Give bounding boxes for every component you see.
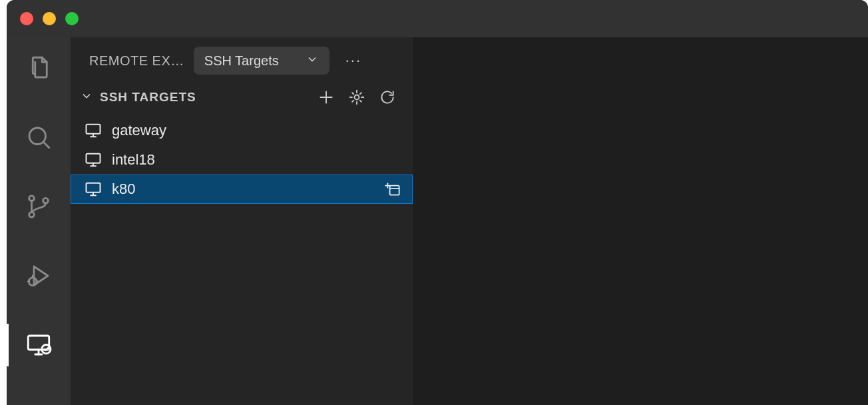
chevron-down-icon <box>306 53 319 69</box>
ssh-targets-tree: gateway intel18 k80 <box>71 116 413 204</box>
chevron-down-icon <box>80 89 93 106</box>
window-minimize-button[interactable] <box>43 12 56 25</box>
ellipsis-icon: ··· <box>345 52 361 69</box>
monitor-icon <box>84 180 103 199</box>
vscode-window: REMOTE EX… SSH Targets ··· <box>7 0 868 405</box>
svg-rect-20 <box>87 154 101 163</box>
refresh-icon <box>379 89 396 106</box>
monitor-icon <box>84 121 103 140</box>
gear-icon <box>348 89 365 106</box>
sidebar-header: REMOTE EX… SSH Targets ··· <box>71 37 413 79</box>
ssh-target-name: k80 <box>112 181 375 198</box>
svg-point-16 <box>355 95 359 100</box>
activity-explorer[interactable] <box>7 49 71 87</box>
files-icon <box>25 54 53 82</box>
section-header-ssh-targets[interactable]: SSH TARGETS <box>71 79 413 116</box>
open-in-new-window-button[interactable] <box>385 181 402 198</box>
activity-search[interactable] <box>7 119 71 156</box>
activity-run-debug[interactable] <box>7 257 71 294</box>
refresh-button[interactable] <box>375 85 399 109</box>
sidebar: REMOTE EX… SSH Targets ··· <box>71 37 413 405</box>
svg-rect-17 <box>87 125 101 134</box>
new-window-icon <box>385 181 402 198</box>
ssh-target-row[interactable]: intel18 <box>71 145 413 175</box>
ssh-target-row[interactable]: gateway <box>71 116 413 145</box>
ssh-target-name: gateway <box>112 122 402 139</box>
more-actions-button[interactable]: ··· <box>345 52 361 69</box>
titlebar <box>7 0 868 37</box>
search-icon <box>25 123 53 151</box>
add-ssh-target-button[interactable] <box>314 85 338 109</box>
svg-line-1 <box>43 142 49 148</box>
configure-ssh-button[interactable] <box>345 85 369 109</box>
remote-type-select[interactable]: SSH Targets <box>194 47 329 75</box>
sidebar-title: REMOTE EX… <box>89 53 184 69</box>
svg-rect-23 <box>87 183 101 193</box>
debug-icon <box>25 262 53 290</box>
window-zoom-button[interactable] <box>65 12 79 25</box>
remote-explorer-icon <box>25 331 53 359</box>
window-close-button[interactable] <box>20 12 33 25</box>
branch-icon <box>25 193 53 220</box>
ssh-target-name: intel18 <box>112 151 402 169</box>
editor-area <box>413 37 868 405</box>
svg-rect-26 <box>390 186 399 195</box>
activity-source-control[interactable] <box>7 188 71 225</box>
activity-remote-explorer[interactable] <box>7 326 71 364</box>
plus-icon <box>318 89 335 106</box>
monitor-icon <box>84 151 103 169</box>
ssh-target-row[interactable]: k80 <box>71 175 413 204</box>
section-label: SSH TARGETS <box>100 90 196 105</box>
activity-bar <box>7 37 71 405</box>
select-label: SSH Targets <box>204 53 279 69</box>
svg-rect-10 <box>28 336 49 350</box>
